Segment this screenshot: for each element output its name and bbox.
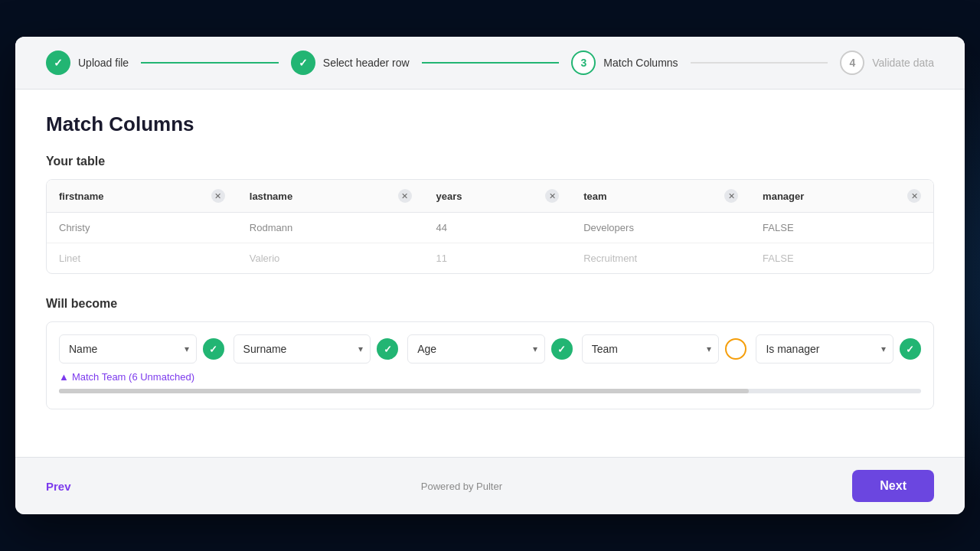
mapping-row: Name First Name Given Name ▾ ✓ Surna [59,334,921,364]
mapping-col-surname: Surname Last Name Family Name ▾ ✓ [234,334,399,364]
data-table-wrapper: firstname ✕ lastname ✕ y [46,179,934,274]
scrollbar-track [59,389,921,393]
step-match: 3 Match Columns [571,51,678,75]
col-years: years ✕ [424,180,572,213]
step-match-number: 3 [580,57,586,69]
step-header-circle: ✓ [291,51,315,75]
cell-lastname-2: Valerio [237,243,424,274]
chevron-up-icon: ▲ [59,371,69,383]
scrollbar-thumb [59,389,749,393]
table-row: Linet Valerio 11 Recruitment FALSE [47,243,933,274]
col-years-label: years [436,191,462,202]
mapping-col-name: Name First Name Given Name ▾ ✓ [59,334,224,364]
next-button[interactable]: Next [852,470,934,502]
checkmark-icon-surname: ✓ [384,344,392,355]
step-validate-label: Validate data [872,57,934,69]
cell-firstname-2: Linet [47,243,237,274]
close-lastname-btn[interactable]: ✕ [398,189,412,203]
col-lastname-label: lastname [250,191,292,202]
table-header-row: firstname ✕ lastname ✕ y [47,180,933,213]
mapping-col-ismanager: Is manager Manager Role ▾ ✓ [756,334,921,364]
table-row: Christy Rodmann 44 Developers FALSE [47,213,933,243]
team-select[interactable]: Team Department Group [582,334,720,364]
mapping-col-team: Team Department Group ▾ [582,334,747,364]
age-select-wrapper: Age Years DOB ▾ [407,334,545,364]
step-match-label: Match Columns [603,57,678,69]
col-manager-label: manager [763,191,804,202]
surname-select[interactable]: Surname Last Name Family Name [234,334,371,364]
checkmark-icon-ismanager: ✓ [906,344,914,355]
close-manager-btn[interactable]: ✕ [907,189,921,203]
surname-status-icon: ✓ [377,338,398,360]
ismanager-select[interactable]: Is manager Manager Role [756,334,893,364]
checkmark-icon-age: ✓ [557,344,566,355]
team-select-wrapper: Team Department Group ▾ [582,334,720,364]
step-header: ✓ Select header row [291,51,410,75]
surname-select-wrapper: Surname Last Name Family Name ▾ [234,334,371,364]
page-title: Match Columns [46,112,934,136]
cell-lastname-1: Rodmann [237,213,424,243]
col-lastname: lastname ✕ [237,180,424,213]
checkmark-icon-name: ✓ [209,344,217,355]
step-upload-circle: ✓ [46,51,70,75]
will-become-label: Will become [46,297,934,311]
ismanager-status-icon: ✓ [900,338,921,360]
cell-firstname-1: Christy [47,213,237,243]
your-table-label: Your table [46,155,934,168]
step-upload: ✓ Upload file [46,51,129,75]
stepper: ✓ Upload file ✓ Select header row 3 Matc… [15,37,965,90]
step-match-circle: 3 [571,51,596,75]
modal-container: ✓ Upload file ✓ Select header row 3 Matc… [15,37,965,514]
close-firstname-btn[interactable]: ✕ [211,189,225,203]
age-select[interactable]: Age Years DOB [407,334,545,364]
powered-by: Powered by Pulter [421,481,502,492]
name-select[interactable]: Name First Name Given Name [59,334,197,364]
cell-team-2: Recruitment [571,243,750,274]
col-firstname-label: firstname [59,191,104,202]
data-table: firstname ✕ lastname ✕ y [47,180,933,273]
step-line-1 [141,62,279,64]
main-content: Match Columns Your table firstname ✕ [15,90,965,457]
step-line-3 [691,62,828,64]
checkmark-icon-2: ✓ [299,57,308,69]
step-validate-number: 4 [849,57,855,69]
age-status-icon: ✓ [551,338,573,360]
name-select-wrapper: Name First Name Given Name ▾ [59,334,197,364]
step-validate: 4 Validate data [840,51,934,75]
step-line-2 [422,62,560,64]
match-team-text: Match Team (6 Unmatched) [72,371,194,383]
cell-team-1: Developers [571,213,750,243]
team-status-icon [725,338,746,360]
prev-button[interactable]: Prev [46,474,71,499]
step-upload-label: Upload file [78,57,129,69]
ismanager-select-wrapper: Is manager Manager Role ▾ [756,334,893,364]
cell-manager-1: FALSE [750,213,933,243]
col-manager: manager ✕ [750,180,933,213]
close-years-btn[interactable]: ✕ [545,189,559,203]
step-validate-circle: 4 [840,51,864,75]
cell-years-2: 11 [424,243,572,274]
col-firstname: firstname ✕ [47,180,237,213]
step-header-label: Select header row [323,57,410,69]
mapping-col-age: Age Years DOB ▾ ✓ [407,334,573,364]
close-team-btn[interactable]: ✕ [724,189,738,203]
footer: Prev Powered by Pulter Next [15,457,965,514]
cell-years-1: 44 [424,213,572,243]
col-team-label: team [583,191,606,202]
name-status-icon: ✓ [203,338,224,360]
col-team: team ✕ [571,180,750,213]
checkmark-icon: ✓ [54,57,63,69]
match-team-note[interactable]: ▲ Match Team (6 Unmatched) [59,371,921,383]
cell-manager-2: FALSE [750,243,933,274]
will-become-wrapper: Name First Name Given Name ▾ ✓ Surna [46,321,934,409]
